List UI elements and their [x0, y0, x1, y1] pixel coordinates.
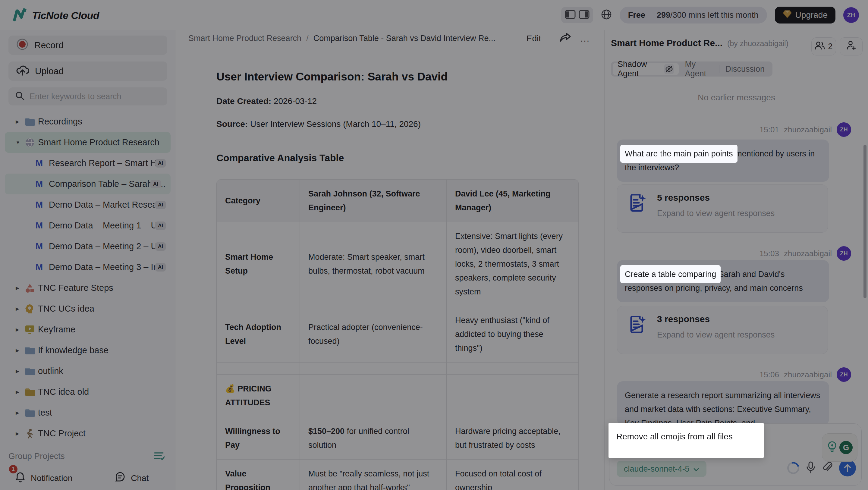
ai-badge: AI: [155, 221, 166, 230]
send-button[interactable]: [839, 460, 856, 477]
loading-spinner: [785, 460, 802, 477]
ai-badge: AI: [155, 201, 166, 209]
ticnote-logo-icon: [11, 7, 28, 24]
sidebar-item-test[interactable]: ▶ test: [0, 402, 176, 423]
search-input[interactable]: Enter keywords to search: [8, 87, 167, 105]
notification-label: Notification: [31, 473, 73, 483]
assistant-widget[interactable]: G: [822, 433, 858, 462]
plan-name: Free: [628, 10, 645, 20]
breadcrumb-parent[interactable]: Smart Home Product Research: [188, 34, 301, 43]
message-user: zhuozaabigail: [784, 370, 832, 379]
sidebar-item-comparison-table[interactable]: M Comparison Table – Sarah v... AI: [5, 174, 170, 194]
sidebar-item-smart-home-product-research[interactable]: ▼ Smart Home Product Research: [5, 132, 170, 153]
markdown-icon: M: [36, 158, 49, 168]
tour-highlighted-input[interactable]: Remove all emojis from all files: [609, 423, 764, 458]
upload-button[interactable]: Upload: [8, 61, 167, 81]
sidebar: Record Upload Enter keywords to search ▶…: [0, 30, 176, 490]
keyframe-icon: [25, 325, 38, 335]
sidebar-item-tnc-project[interactable]: ▶ TNC Project: [0, 423, 176, 444]
tab-my-agent[interactable]: My Agent: [679, 60, 719, 78]
sidebar-item-demo-meeting-2[interactable]: M Demo Data – Meeting 2 – U... AI: [0, 236, 176, 257]
table-row: Value Proposition Must be "really seamle…: [216, 460, 579, 490]
caret-icon[interactable]: ▶: [16, 285, 25, 291]
chat-button[interactable]: Chat: [88, 466, 176, 490]
folder-icon: [25, 117, 38, 126]
notification-button[interactable]: 1 Notification: [0, 466, 88, 490]
folder-icon: [25, 367, 38, 376]
sidebar-item-if-knowledge-base[interactable]: ▶ If knowledge base: [0, 340, 176, 361]
edit-button[interactable]: Edit: [527, 34, 541, 43]
responses-subtitle: Expand to view agent responses: [657, 330, 775, 340]
user-avatar[interactable]: ZH: [843, 7, 859, 23]
chat-message: What are the main pain points mentioned …: [617, 140, 829, 182]
caret-icon[interactable]: ▶: [16, 306, 25, 312]
caret-icon[interactable]: ▶: [16, 119, 25, 124]
caret-icon[interactable]: ▶: [16, 348, 25, 353]
left-panel-toggle-icon[interactable]: [565, 10, 576, 20]
runner-icon: [25, 429, 38, 439]
sidebar-item-demo-meeting-3[interactable]: M Demo Data – Meeting 3 – In... AI: [0, 257, 176, 278]
minutes-left: 299/300 mins left this month: [657, 10, 758, 20]
share-icon[interactable]: [559, 32, 571, 45]
table-row: Smart Home Setup Moderate: Smart speaker…: [216, 222, 579, 306]
caret-icon[interactable]: ▶: [16, 369, 25, 374]
chat-bubble-icon: [115, 471, 125, 485]
caret-icon[interactable]: ▶: [16, 389, 25, 395]
sidebar-item-tnc-feature-steps[interactable]: ▶ TNC Feature Steps: [0, 278, 176, 298]
record-label: Record: [34, 40, 64, 50]
group-projects-list-icon[interactable]: [154, 452, 165, 462]
sidebar-item-demo-meeting-1[interactable]: M Demo Data – Meeting 1 – U... AI: [0, 215, 176, 236]
sidebar-item-outlink[interactable]: ▶ outlink: [0, 361, 176, 381]
tab-shadow-agent[interactable]: Shadow Agent: [613, 63, 679, 75]
members-button[interactable]: 2: [811, 37, 836, 56]
more-options-button[interactable]: ...: [581, 33, 590, 44]
upgrade-button[interactable]: Upgrade: [775, 7, 835, 24]
notification-count-badge: 1: [9, 465, 18, 473]
markdown-icon: M: [36, 200, 49, 210]
panel-byline: (by zhuozaabigail): [727, 39, 788, 48]
caret-down-icon[interactable]: ▼: [16, 140, 25, 145]
comparison-table: Category Sarah Johnson (32, Software Eng…: [216, 179, 579, 490]
table-row: 💰 PRICING ATTITUDES: [216, 375, 579, 417]
member-count: 2: [828, 42, 832, 51]
responses-subtitle: Expand to view agent responses: [657, 209, 775, 218]
right-panel-toggle-icon[interactable]: [579, 10, 590, 20]
upload-label: Upload: [35, 66, 64, 76]
sidebar-item-tnc-ucs-idea[interactable]: ▶ TNC UCs idea: [0, 298, 176, 319]
doc-date: Date Created: 2026-03-12: [216, 96, 581, 106]
caret-icon[interactable]: ▶: [16, 410, 25, 416]
doc-section-heading: Comparative Analysis Table: [216, 152, 581, 164]
caret-icon[interactable]: ▶: [16, 431, 25, 436]
sidebar-item-demo-market-research[interactable]: M Demo Data – Market Resea... AI: [0, 194, 176, 215]
markdown-icon: M: [36, 241, 49, 251]
sidebar-item-tnc-idea-old[interactable]: ▶ TNC idea old: [0, 381, 176, 402]
invite-member-button[interactable]: [840, 37, 863, 56]
agent-responses-card[interactable]: 3 responses Expand to view agent respons…: [617, 306, 828, 354]
sidebar-item-keyframe[interactable]: ▶ Keyframe: [0, 319, 176, 340]
folder-icon: [25, 408, 38, 417]
avatar: ZH: [837, 367, 851, 382]
message-user: zhuozaabigail: [784, 125, 832, 134]
doc-title: User Interview Comparison: Sarah vs Davi…: [216, 70, 581, 83]
folder-icon: [25, 346, 38, 355]
caret-icon[interactable]: ▶: [16, 327, 25, 332]
record-button[interactable]: Record: [8, 36, 167, 55]
upgrade-label: Upgrade: [795, 10, 828, 20]
globe-icon[interactable]: [601, 9, 612, 21]
message-time: 15:06: [760, 370, 779, 379]
upload-cloud-icon: [16, 65, 29, 78]
sidebar-item-recordings[interactable]: ▶ Recordings: [0, 111, 176, 132]
eye-off-icon[interactable]: [664, 64, 674, 74]
model-selector[interactable]: claude-sonnet-4-5: [617, 461, 707, 477]
agent-responses-card[interactable]: 5 responses Expand to view agent respons…: [617, 184, 828, 233]
brand: TicNote Cloud: [11, 7, 99, 24]
panel-scrollbar[interactable]: [864, 145, 867, 298]
mic-icon[interactable]: [806, 461, 815, 474]
brand-name: TicNote Cloud: [32, 10, 99, 21]
attachment-icon[interactable]: [822, 462, 832, 474]
sidebar-item-research-report[interactable]: M Research Report – Smart H... AI: [0, 153, 176, 174]
responses-count: 5 responses: [657, 192, 710, 203]
panel-title: Smart Home Product Re...: [611, 38, 722, 48]
message-meta: 15:03 zhuozaabigail ZH: [760, 246, 851, 261]
tab-discussion[interactable]: Discussion: [719, 64, 771, 74]
